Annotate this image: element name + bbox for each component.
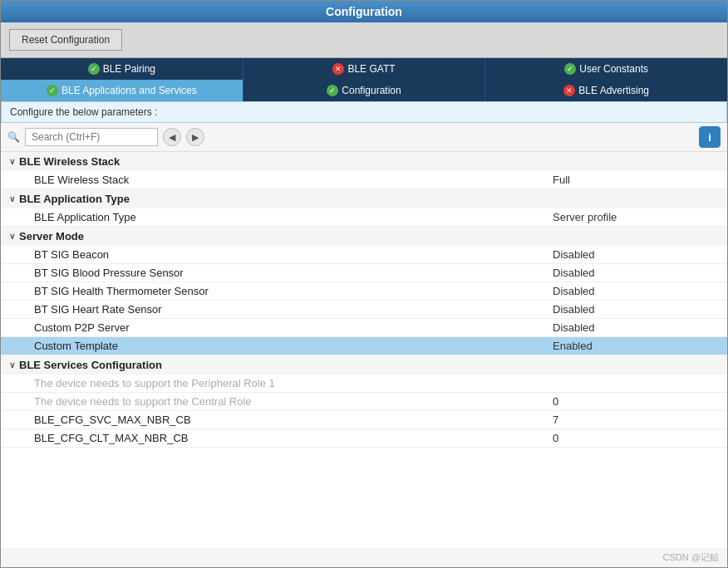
tabs-row1-container: ✓BLE Pairing✕BLE GATT✓User Constants ✓BL… (1, 58, 727, 101)
search-icon: 🔍 (7, 131, 20, 143)
ok-icon: ✓ (47, 85, 58, 96)
param-value: Server profile (553, 211, 719, 223)
param-value: Disabled (553, 285, 719, 297)
table-row[interactable]: Custom TemplateEnabled (1, 337, 727, 355)
table-row[interactable]: BT SIG BeaconDisabled (1, 246, 727, 264)
param-name: BLE Wireless Stack (34, 174, 553, 186)
reset-configuration-button[interactable]: Reset Configuration (9, 29, 122, 51)
section-header-ble-services-config[interactable]: ∨BLE Services Configuration (1, 355, 727, 375)
ok-icon: ✓ (327, 85, 338, 96)
param-value: Disabled (553, 321, 719, 334)
table-row[interactable]: The device needs to support the Peripher… (1, 375, 727, 393)
tab-ble-gatt[interactable]: ✕BLE GATT (243, 58, 486, 80)
param-name: The device needs to support the Central … (34, 395, 553, 408)
tab-configuration[interactable]: ✓Configuration (243, 80, 486, 101)
param-value: 0 (553, 395, 719, 408)
param-name: BLE_CFG_CLT_MAX_NBR_CB (34, 432, 553, 444)
tabs-row1: ✓BLE Pairing✕BLE GATT✓User Constants (1, 58, 727, 80)
param-name: Custom P2P Server (34, 321, 553, 334)
param-name: The device needs to support the Peripher… (34, 377, 553, 389)
chevron-icon: ∨ (9, 157, 15, 166)
param-name: BLE Application Type (34, 211, 553, 223)
title-bar: Configuration (1, 1, 727, 22)
nav-next-button[interactable]: ▶ (186, 128, 204, 146)
ok-icon: ✓ (88, 63, 100, 75)
param-value: Full (553, 174, 719, 186)
search-bar: 🔍 ◀ ▶ i (1, 123, 727, 152)
info-button[interactable]: i (699, 126, 721, 148)
toolbar: Reset Configuration (1, 22, 727, 58)
section-label: BLE Services Configuration (19, 359, 162, 371)
section-label: Server Mode (19, 230, 84, 242)
chevron-icon: ∨ (9, 232, 15, 241)
table-row[interactable]: BLE_CFG_CLT_MAX_NBR_CB0 (1, 429, 727, 448)
param-value: 7 (553, 414, 719, 426)
param-value: Disabled (553, 248, 719, 261)
tabs-row2: ✓BLE Applications and Services✓Configura… (1, 80, 727, 101)
chevron-icon: ∨ (9, 360, 15, 370)
tab-ble-pairing[interactable]: ✓BLE Pairing (1, 58, 243, 80)
section-header-ble-application-type[interactable]: ∨BLE Application Type (1, 189, 727, 208)
table-row[interactable]: BT SIG Heart Rate SensorDisabled (1, 301, 727, 319)
tab-label: BLE Advertising (578, 85, 649, 96)
param-value: Disabled (553, 267, 719, 279)
tab-label: BLE Pairing (103, 63, 155, 75)
tab-ble-advertising[interactable]: ✕BLE Advertising (485, 80, 727, 101)
tab-ble-apps[interactable]: ✓BLE Applications and Services (1, 80, 243, 101)
main-window: Configuration Reset Configuration ✓BLE P… (0, 0, 728, 568)
param-value: Enabled (553, 340, 719, 352)
chevron-icon: ∨ (9, 194, 15, 203)
param-value: Disabled (553, 303, 719, 316)
ok-icon: ✓ (564, 63, 576, 75)
config-banner: Configure the below parameters : (1, 101, 727, 123)
section-header-ble-wireless-stack[interactable]: ∨BLE Wireless Stack (1, 152, 727, 171)
tab-label: Configuration (342, 85, 401, 96)
table-row[interactable]: BLE Wireless StackFull (1, 171, 727, 189)
param-name: Custom Template (34, 340, 553, 352)
table-row[interactable]: BLE Application TypeServer profile (1, 208, 727, 227)
param-name: BT SIG Beacon (34, 248, 553, 261)
section-label: BLE Wireless Stack (19, 155, 120, 168)
watermark: CSDN @记贴 (1, 548, 727, 567)
param-name: BT SIG Blood Pressure Sensor (34, 267, 553, 279)
param-name: BT SIG Health Thermometer Sensor (34, 285, 553, 297)
nav-prev-button[interactable]: ◀ (163, 128, 181, 146)
content-area: ∨BLE Wireless StackBLE Wireless StackFul… (1, 152, 727, 548)
section-header-server-mode[interactable]: ∨Server Mode (1, 227, 727, 246)
param-name: BT SIG Heart Rate Sensor (34, 303, 553, 316)
search-input[interactable] (25, 128, 158, 146)
window-title: Configuration (326, 5, 402, 18)
tab-user-constants[interactable]: ✓User Constants (485, 58, 727, 80)
err-icon: ✕ (332, 63, 344, 75)
tab-label: BLE Applications and Services (61, 85, 197, 96)
table-row[interactable]: BT SIG Blood Pressure SensorDisabled (1, 264, 727, 282)
tab-label: BLE GATT (347, 63, 395, 75)
param-value: 0 (553, 432, 719, 444)
section-label: BLE Application Type (19, 193, 130, 205)
param-name: BLE_CFG_SVC_MAX_NBR_CB (34, 414, 553, 426)
err-icon: ✕ (563, 85, 575, 96)
table-row[interactable]: Custom P2P ServerDisabled (1, 319, 727, 337)
table-row[interactable]: The device needs to support the Central … (1, 393, 727, 411)
tab-label: User Constants (579, 63, 648, 75)
table-row[interactable]: BT SIG Health Thermometer SensorDisabled (1, 282, 727, 301)
table-row[interactable]: BLE_CFG_SVC_MAX_NBR_CB7 (1, 411, 727, 429)
